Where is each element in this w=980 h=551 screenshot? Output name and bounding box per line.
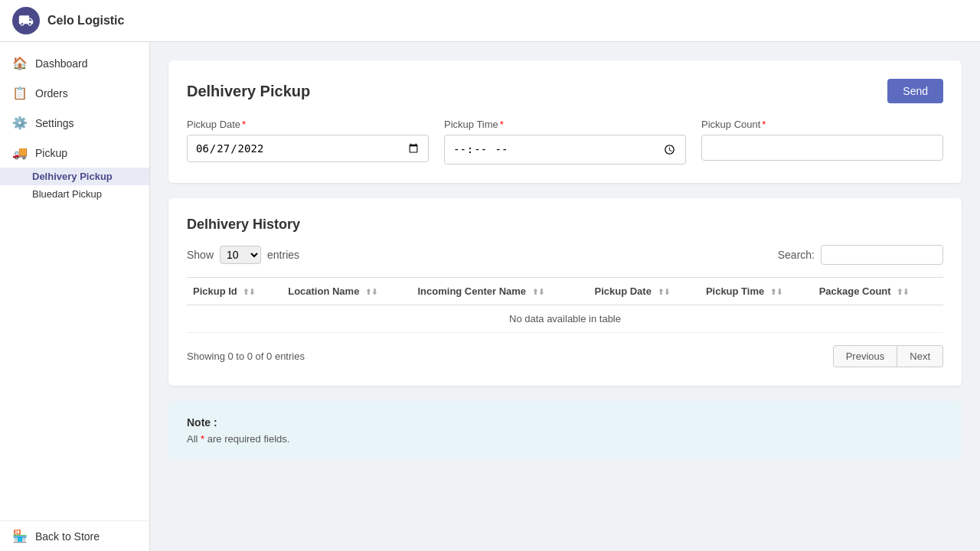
sort-icon-location-name: ⬆⬇ — [365, 288, 377, 296]
page-title: Delhivery Pickup — [187, 83, 310, 100]
previous-button[interactable]: Previous — [833, 345, 898, 367]
sidebar-sub-bluedart-pickup[interactable]: Bluedart Pickup — [0, 185, 149, 203]
sidebar-label-pickup: Pickup — [35, 147, 67, 159]
note-text: All * are required fields. — [187, 433, 943, 445]
col-location-name[interactable]: Location Name ⬆⬇ — [282, 277, 411, 305]
next-button[interactable]: Next — [897, 345, 943, 367]
sidebar-sub-label-bluedart: Bluedart Pickup — [32, 188, 102, 200]
showing-label: Showing 0 to 0 of 0 entries — [187, 350, 305, 362]
no-data-row: No data available in table — [187, 305, 943, 332]
no-data-cell: No data available in table — [187, 305, 943, 332]
sidebar-item-dashboard[interactable]: 🏠 Dashboard — [0, 48, 149, 78]
history-table: Pickup Id ⬆⬇ Location Name ⬆⬇ Incoming C… — [187, 277, 943, 333]
sort-icon-pickup-time: ⬆⬇ — [770, 288, 782, 296]
main-content: Delhivery Pickup Send Pickup Date* Picku… — [150, 42, 980, 551]
show-label: Show — [187, 249, 214, 261]
settings-icon: ⚙️ — [12, 116, 28, 130]
app-name: Celo Logistic — [47, 14, 124, 28]
sort-icon-pickup-date: ⬆⬇ — [658, 288, 670, 296]
pickup-count-group: Pickup Count* — [701, 119, 943, 165]
table-controls: Show 10 25 50 100 entries Search: — [187, 245, 943, 265]
pickup-date-input[interactable] — [187, 135, 429, 162]
orders-icon: 📋 — [12, 86, 28, 100]
history-title: Delhivery History — [187, 217, 943, 233]
pickup-time-input[interactable] — [444, 135, 686, 165]
col-package-count[interactable]: Package Count ⬆⬇ — [813, 277, 943, 305]
pickup-form-card: Delhivery Pickup Send Pickup Date* Picku… — [168, 60, 962, 183]
sort-icon-pickup-id: ⬆⬇ — [243, 288, 255, 296]
pickup-count-input[interactable] — [701, 135, 943, 161]
sidebar-label-dashboard: Dashboard — [35, 57, 88, 70]
layout: 🏠 Dashboard 📋 Orders ⚙️ Settings 🚚 Picku… — [0, 42, 980, 551]
back-to-store-label: Back to Store — [35, 530, 100, 543]
dashboard-icon: 🏠 — [12, 56, 28, 70]
pickup-date-label: Pickup Date* — [187, 119, 429, 130]
search-input[interactable] — [821, 245, 943, 265]
entries-select[interactable]: 10 25 50 100 — [220, 246, 261, 264]
send-button[interactable]: Send — [887, 79, 943, 103]
search-box-wrap: Search: — [778, 245, 943, 265]
sidebar-label-settings: Settings — [35, 117, 74, 129]
sidebar-sub-label-delhivery: Delhivery Pickup — [32, 171, 113, 182]
sidebar-item-pickup[interactable]: 🚚 Pickup — [0, 138, 149, 168]
col-pickup-date[interactable]: Pickup Date ⬆⬇ — [589, 277, 700, 305]
note-title: Note : — [187, 416, 943, 429]
pickup-count-label: Pickup Count* — [701, 119, 943, 130]
form-row: Pickup Date* Pickup Time* Pickup Count* — [187, 119, 943, 165]
sidebar-item-settings[interactable]: ⚙️ Settings — [0, 108, 149, 138]
app-logo — [12, 7, 40, 34]
sidebar-label-orders: Orders — [35, 87, 68, 99]
pagination: Previous Next — [833, 345, 943, 367]
col-pickup-id[interactable]: Pickup Id ⬆⬇ — [187, 277, 282, 305]
sidebar-item-orders[interactable]: 📋 Orders — [0, 78, 149, 108]
table-header-row: Pickup Id ⬆⬇ Location Name ⬆⬇ Incoming C… — [187, 277, 943, 305]
note-box: Note : All * are required fields. — [168, 401, 962, 460]
store-icon: 🏪 — [12, 529, 28, 543]
table-footer: Showing 0 to 0 of 0 entries Previous Nex… — [187, 345, 943, 367]
sort-icon-incoming-center: ⬆⬇ — [532, 288, 544, 296]
pickup-icon: 🚚 — [12, 145, 28, 160]
col-incoming-center-name[interactable]: Incoming Center Name ⬆⬇ — [411, 277, 588, 305]
show-entries: Show 10 25 50 100 entries — [187, 246, 299, 264]
col-pickup-time[interactable]: Pickup Time ⬆⬇ — [700, 277, 813, 305]
topbar: Celo Logistic — [0, 0, 980, 42]
history-card: Delhivery History Show 10 25 50 100 entr… — [168, 198, 962, 386]
search-label: Search: — [778, 249, 815, 261]
back-to-store-item[interactable]: 🏪 Back to Store — [0, 521, 149, 551]
sort-icon-package-count: ⬆⬇ — [897, 288, 909, 296]
sidebar-sub-delhivery-pickup[interactable]: Delhivery Pickup — [0, 168, 149, 185]
sidebar: 🏠 Dashboard 📋 Orders ⚙️ Settings 🚚 Picku… — [0, 42, 150, 551]
pickup-date-group: Pickup Date* — [187, 119, 429, 165]
pickup-time-label: Pickup Time* — [444, 119, 686, 130]
pickup-time-group: Pickup Time* — [444, 119, 686, 165]
sidebar-bottom: 🏪 Back to Store — [0, 520, 149, 551]
page-header: Delhivery Pickup Send — [187, 79, 943, 103]
entries-label: entries — [267, 249, 299, 261]
